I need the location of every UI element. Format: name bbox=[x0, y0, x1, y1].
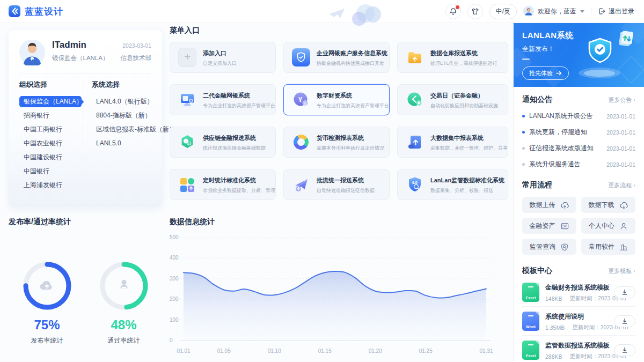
org-item[interactable]: 中国银行 bbox=[19, 166, 82, 177]
template-item: Excel 金融财务报送系统模板 148KB更新时间：2023-01-01 bbox=[522, 278, 635, 307]
svg-text:400: 400 bbox=[170, 255, 179, 261]
cloud-upload-icon bbox=[560, 201, 569, 209]
notifications-button[interactable] bbox=[445, 4, 461, 19]
card-desc: 协助金融机构快速完成接口开发 bbox=[317, 61, 384, 66]
system-item[interactable]: LANL5.0 bbox=[92, 138, 180, 149]
person-icon bbox=[619, 222, 628, 230]
svg-text:01.15: 01.15 bbox=[318, 348, 332, 354]
download-icon bbox=[621, 347, 628, 353]
card-desc: 自动化切换应用和协助基础设施 bbox=[430, 103, 498, 108]
svg-text:01.01: 01.01 bbox=[177, 348, 190, 354]
arrow-right-icon bbox=[556, 71, 562, 76]
notice-item[interactable]: 征信报送系统改版通知 2023-01-01 bbox=[522, 144, 635, 153]
excel-file-icon: Excel bbox=[522, 283, 539, 302]
bullet-dot bbox=[522, 115, 525, 117]
app-logo[interactable]: 蓝蓝设计 bbox=[9, 5, 63, 18]
notices-section: 通知公告 更多公告 LANLAN系统升级公告 2023-01-01 系统更新，停… bbox=[514, 87, 644, 172]
download-icon bbox=[621, 289, 628, 295]
system-item[interactable]: LANL4.0（银行版） bbox=[92, 96, 180, 107]
process-personal-center[interactable]: 个人中心 bbox=[581, 218, 635, 234]
download-button[interactable] bbox=[614, 344, 635, 356]
bullet-dot bbox=[522, 163, 525, 166]
menu-card-bigdata-report[interactable]: 大数据集中报表系统采集数据，并统一管理、维护、共享 bbox=[397, 127, 508, 158]
card-title: 添加入口 bbox=[203, 50, 226, 56]
menu-card-data-warehouse[interactable]: 数据仓库报送系统处理ETL作业，高效便捷的运行 bbox=[397, 42, 508, 73]
processes-title: 常用流程 bbox=[522, 180, 552, 190]
card-title: 企业网银账户服务信息系统 bbox=[317, 50, 387, 56]
more-processes-link[interactable]: 更多流程 bbox=[608, 181, 635, 189]
process-label: 监管查询 bbox=[530, 242, 555, 252]
svg-text:¥: ¥ bbox=[298, 95, 303, 104]
notice-text: 征信报送系统改版通知 bbox=[529, 144, 603, 153]
menu-card-currency-report[interactable]: 货币检测报表系统掌握本外币利率执行及定价情况 bbox=[283, 127, 390, 158]
user-menu[interactable]: 欢迎你，蓝蓝 bbox=[523, 6, 584, 17]
shield-40-icon: 4.0 bbox=[406, 175, 424, 194]
notification-badge bbox=[456, 5, 459, 9]
process-data-upload[interactable]: 数据上传 bbox=[522, 197, 576, 213]
card-desc: 自定义添加入口 bbox=[203, 61, 237, 66]
template-name: 监管数据报送系统模板 bbox=[545, 342, 610, 349]
scroll-upload-icon bbox=[406, 133, 424, 151]
menu-card-add-entry[interactable]: 添加入口自定义添加入口 bbox=[170, 42, 276, 73]
card-title: 批流统一报送系统 bbox=[317, 177, 364, 183]
cloud-upload-icon bbox=[40, 281, 52, 290]
logout-button[interactable]: 退出登录 bbox=[598, 7, 634, 16]
pass-rate-block: 48% 通过率统计 bbox=[97, 259, 151, 345]
user-avatar bbox=[19, 40, 45, 65]
theme-skin-button[interactable] bbox=[467, 4, 483, 19]
menu-entries-section: 菜单入口 添加入口自定义添加入口 企业网银账户服务信息系统协助金融机构快速完成接… bbox=[170, 26, 502, 200]
try-now-button[interactable]: 抢先体验 bbox=[522, 67, 569, 80]
language-toggle[interactable]: 中/英 bbox=[489, 4, 517, 19]
more-notices-link[interactable]: 更多公告 bbox=[608, 96, 635, 104]
menu-card-lanlan-standard[interactable]: 4.0 LanLan监管数据标准化系统数据采集、分析、校验、报送 bbox=[397, 169, 508, 200]
process-financial-assets[interactable]: 金融资产 ¥ bbox=[522, 218, 576, 234]
menu-card-trading-day[interactable]: 交易日（证券金融）自动化切换应用和协助基础设施 bbox=[397, 84, 508, 115]
card-desc: 数据采集、分析、校验、报送 bbox=[430, 188, 493, 193]
shield-search-icon bbox=[560, 243, 569, 251]
right-sidebar: LANLAN系统 全新发布！ 抢先体验 通知公告 更多公告 LANLAN系统升级… bbox=[513, 23, 644, 362]
svg-text:01.31: 01.31 bbox=[479, 348, 493, 354]
menu-title: 菜单入口 bbox=[170, 26, 502, 35]
publish-rate-block: 75% 发布率统计 bbox=[20, 259, 74, 345]
org-item[interactable]: 中国建设银行 bbox=[19, 152, 82, 163]
banner-platform bbox=[584, 70, 615, 77]
menu-card-ebank-account[interactable]: 企业网银账户服务信息系统协助金融机构快速完成接口开发 bbox=[283, 42, 390, 73]
notice-date: 2023-01-01 bbox=[606, 113, 635, 120]
card-title: 交易日（证券金融） bbox=[430, 92, 484, 99]
building-icon bbox=[619, 243, 628, 251]
process-common-software[interactable]: 常用软件 bbox=[581, 239, 635, 255]
org-item[interactable]: 上海浦发银行 bbox=[19, 180, 82, 191]
menu-card-scheduled-stats[interactable]: 定时统计标准化系统存贷款业务数据提取、分析、管理 bbox=[170, 169, 276, 200]
circle-decoration bbox=[365, 6, 381, 23]
download-button[interactable] bbox=[614, 286, 635, 298]
org-item[interactable]: 中国农业银行 bbox=[19, 138, 82, 149]
svg-text:01.25: 01.25 bbox=[419, 348, 433, 354]
menu-card-second-gen-ebank[interactable]: 二代金融网银系统专为企业打造的高效资产管理平台 bbox=[170, 84, 276, 115]
process-supervision-query[interactable]: 监管查询 bbox=[522, 239, 576, 255]
greeting-text: 欢迎你，蓝蓝 bbox=[538, 7, 576, 16]
more-templates-link[interactable]: 更多模板 bbox=[608, 267, 635, 275]
menu-card-digital-treasury[interactable]: ¥c 数字财资系统专为企业打造的高效资产管理平台 bbox=[283, 84, 390, 115]
download-button[interactable] bbox=[614, 315, 635, 327]
notice-item[interactable]: LANLAN系统升级公告 2023-01-01 bbox=[522, 112, 635, 121]
org-item[interactable]: 招商银行 bbox=[19, 110, 82, 121]
notice-item[interactable]: 系统更新，停服通知 2023-01-01 bbox=[522, 128, 635, 137]
menu-card-supply-chain[interactable]: 供应链金融报送系统统计报送供应链金融基础数据 bbox=[170, 127, 276, 158]
system-item[interactable]: 区域信息报表-标准版（新） bbox=[92, 124, 180, 135]
word-file-icon: Word bbox=[522, 312, 539, 331]
release-banner[interactable]: LANLAN系统 全新发布！ 抢先体验 bbox=[514, 23, 644, 87]
menu-card-batch-stream[interactable]: 批流统一报送系统自动快速准确报送征信数据 bbox=[283, 169, 390, 200]
system-item[interactable]: 8804-指标版（新） bbox=[92, 110, 180, 121]
user-avatar-small bbox=[523, 6, 534, 17]
card-title: 数据仓库报送系统 bbox=[430, 50, 478, 56]
org-item-selected[interactable]: 银保监会（LANLA） bbox=[19, 96, 82, 107]
user-organization: 银保监会（LANLA） bbox=[52, 54, 108, 62]
notice-item[interactable]: 系统升级服务通告 2023-01-01 bbox=[522, 160, 635, 169]
card-title: 二代金融网银系统 bbox=[203, 92, 250, 99]
org-item[interactable]: 中国工商银行 bbox=[19, 124, 82, 135]
process-data-download[interactable]: 数据下载 bbox=[581, 197, 635, 213]
system-list: LANL4.0（银行版） 8804-指标版（新） 区域信息报表-标准版（新） L… bbox=[92, 96, 180, 149]
org-select-title: 组织选择 bbox=[19, 80, 82, 90]
diamond-decoration bbox=[618, 56, 644, 84]
paper-plane-decoration-icon bbox=[328, 8, 347, 19]
